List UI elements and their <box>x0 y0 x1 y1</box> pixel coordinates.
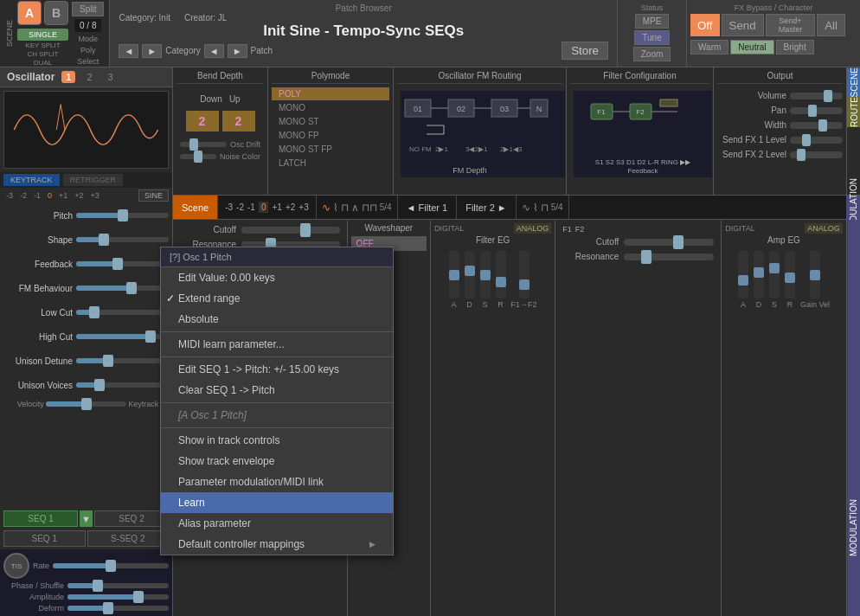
ctx-learn[interactable]: Learn <box>161 492 393 513</box>
wave-icon-3[interactable]: ⊓ <box>341 202 349 214</box>
tis-knob[interactable]: TIS <box>3 553 29 579</box>
f2-wave-3[interactable]: ⊓ <box>541 202 549 214</box>
char-neutral-button[interactable]: Neutral <box>730 40 773 55</box>
fx-all-button[interactable]: All <box>817 14 845 36</box>
noise-color-slider[interactable] <box>180 154 216 159</box>
ctx-absolute[interactable]: Absolute <box>161 309 393 330</box>
filter2-tab[interactable]: Filter 2 ► <box>457 196 517 219</box>
bend-up-value[interactable]: 2 <box>222 111 255 132</box>
ctx-edit-value[interactable]: Edit Value: 0.00 keys <box>161 267 393 288</box>
f2-wave-4[interactable]: 5/4 <box>551 202 563 212</box>
wave-icon-1[interactable]: ∿ <box>322 202 331 214</box>
poly-mode-mono-st[interactable]: MONO ST <box>272 115 389 128</box>
cutoff2-slider[interactable] <box>624 239 714 246</box>
bend-down-value[interactable]: 2 <box>186 111 219 132</box>
filter-eg-d-slider[interactable] <box>465 251 475 298</box>
fx-sendmaster-button[interactable]: Send+ Master <box>766 14 816 36</box>
shape-slider[interactable] <box>76 237 169 242</box>
scene-b-button[interactable]: B <box>44 1 68 25</box>
bar-plus3[interactable]: +3 <box>298 202 308 212</box>
range-minus3[interactable]: -3 <box>3 190 16 201</box>
filter-eg-a-slider[interactable] <box>449 251 459 298</box>
ctx-alias-param[interactable]: Alias parameter <box>161 513 393 534</box>
f2-wave-2[interactable]: ⌇ <box>533 202 538 214</box>
poly-mode-mono-st-fp[interactable]: MONO ST FP <box>272 143 389 156</box>
amp-eg-r-slider[interactable] <box>785 251 795 298</box>
ctx-show-track-controls[interactable]: Show in track controls <box>161 430 393 451</box>
unison-detune-slider[interactable] <box>76 358 169 363</box>
bar-0[interactable]: 0 <box>259 202 269 213</box>
amplitude-slider[interactable] <box>67 594 169 600</box>
bar-plus1[interactable]: +1 <box>272 202 281 212</box>
fx-off-button[interactable]: Off <box>690 14 720 36</box>
oscillator-num3[interactable]: 3 <box>104 71 118 83</box>
wave-icon-5[interactable]: ⊓⊓ <box>362 202 377 214</box>
wave-icon-4[interactable]: ∧ <box>351 202 359 214</box>
ctx-edit-seq[interactable]: Edit SEQ 1 -> Pitch: +/- 15.00 keys <box>161 359 393 380</box>
bar-minus3[interactable]: -3 <box>225 202 233 212</box>
scene-tab[interactable]: Scene <box>173 196 218 219</box>
wave-icon-2[interactable]: ⌇ <box>333 202 338 214</box>
tune-button[interactable]: Tune <box>634 30 669 45</box>
amp-eg-d-slider[interactable] <box>754 251 764 298</box>
wave-icon-6[interactable]: 5/4 <box>380 202 392 212</box>
pan-slider[interactable] <box>790 107 843 114</box>
keytrack-button[interactable]: KEYTRACK <box>3 174 60 186</box>
ctx-clear-seq[interactable]: Clear SEQ 1 -> Pitch <box>161 380 393 401</box>
range-minus2[interactable]: -2 <box>17 190 29 201</box>
pitch-slider[interactable] <box>76 213 169 218</box>
poly-mode-mono[interactable]: MONO <box>272 101 389 114</box>
amp-eg-s-slider[interactable] <box>769 251 780 298</box>
ctx-show-track-envelope[interactable]: Show track envelope <box>161 451 393 472</box>
bar-minus2[interactable]: -2 <box>236 202 244 212</box>
mpe-button[interactable]: MPE <box>635 14 670 29</box>
filter-eg-s-slider[interactable] <box>480 251 491 298</box>
filter1-tab[interactable]: ◄ Filter 1 <box>398 196 458 219</box>
seq1-arrow[interactable]: ▼ <box>80 510 93 527</box>
unison-voices-slider[interactable] <box>76 382 169 388</box>
amp-eg-a-slider[interactable] <box>738 251 748 298</box>
feedback-slider[interactable] <box>76 261 169 266</box>
char-bright-button[interactable]: Bright <box>776 40 814 55</box>
send-fx2-slider[interactable] <box>790 151 843 158</box>
f2-wave-1[interactable]: ∿ <box>522 202 530 214</box>
fx-send-button[interactable]: Send <box>722 14 764 36</box>
cutoff1-slider[interactable] <box>241 227 340 234</box>
fm-behaviour-slider[interactable] <box>76 286 169 291</box>
split-button[interactable]: Split <box>72 2 104 16</box>
category-prev-button[interactable]: ◄ <box>204 44 224 58</box>
poly-mode-latch[interactable]: LATCH <box>272 157 389 170</box>
low-cut-slider[interactable] <box>76 310 169 315</box>
high-cut-slider[interactable] <box>76 334 169 339</box>
seq2-button[interactable]: SEQ 2 <box>94 510 169 527</box>
filter-eg-f1f2-slider[interactable] <box>519 251 529 298</box>
single-mode-button[interactable]: SINGLE <box>17 29 68 41</box>
char-warm-button[interactable]: Warm <box>690 40 728 55</box>
amp-eg-gainvel-slider[interactable] <box>810 251 820 298</box>
ctx-param-mod[interactable]: Parameter modulation/MIDI link <box>161 472 393 492</box>
deform-slider[interactable] <box>67 606 169 611</box>
velocity-slider[interactable] <box>46 401 127 407</box>
ctx-extend-range[interactable]: ✓ Extend range <box>161 288 393 309</box>
sseq2-button[interactable]: S-SEQ 2 <box>87 530 170 547</box>
send-fx1-slider[interactable] <box>790 137 843 144</box>
patch-prev-button[interactable]: ◄ <box>119 44 138 58</box>
volume-slider[interactable] <box>790 93 843 99</box>
scene-a-button[interactable]: A <box>17 1 42 25</box>
patch-next-button[interactable]: ► <box>142 44 162 58</box>
bar-minus1[interactable]: -1 <box>247 202 255 212</box>
range-plus1[interactable]: +1 <box>56 190 70 201</box>
poly-mode-mono-fp[interactable]: MONO FP <box>272 129 389 142</box>
sine-button[interactable]: SINE <box>138 189 169 202</box>
seq1-s-button[interactable]: SEQ 1 <box>3 530 86 547</box>
oscillator-num2[interactable]: 2 <box>82 71 96 83</box>
zoom-button[interactable]: Zoom <box>633 47 671 61</box>
ctx-midi-learn[interactable]: MIDI learn parameter... <box>161 334 393 355</box>
range-plus2[interactable]: +2 <box>72 190 86 201</box>
category-next-button[interactable]: ► <box>228 44 247 58</box>
range-plus3[interactable]: +3 <box>88 190 102 201</box>
resonance2-slider[interactable] <box>624 253 714 260</box>
seq1-button[interactable]: SEQ 1 <box>3 510 78 527</box>
oscillator-num1[interactable]: 1 <box>61 71 75 83</box>
poly-mode-poly[interactable]: POLY <box>272 87 389 100</box>
